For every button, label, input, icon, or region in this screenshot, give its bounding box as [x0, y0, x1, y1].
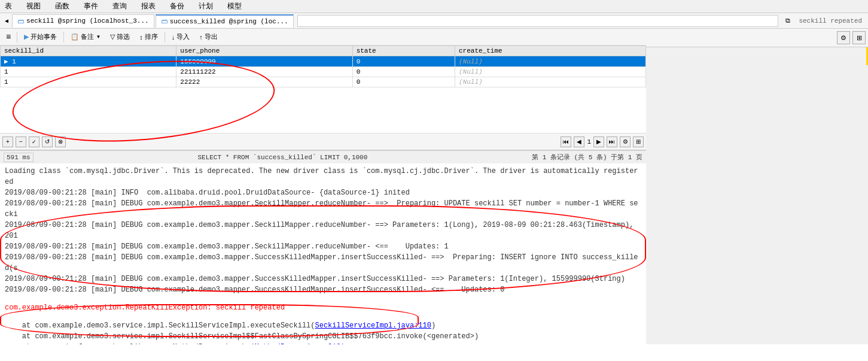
menu-item-backup[interactable]: 备份 [167, 0, 187, 13]
menu-item-view[interactable]: 视图 [24, 0, 43, 13]
right-icon-bar: ⚙ ⊞ [646, 29, 868, 47]
tab-success-killed-label: success_killed @spring (loc... [170, 18, 288, 25]
stop-button[interactable]: ⊗ [55, 136, 66, 147]
log-line [5, 295, 641, 302]
tab-success-killed[interactable]: 🗃 success_killed @spring (loc... [156, 14, 294, 28]
sort-label: 排序 [145, 32, 158, 41]
tab-seckill-icon: 🗃 [17, 17, 24, 25]
log-line: at org.springframework.cglib.proxy.Metho… [5, 342, 641, 344]
menu-item-report[interactable]: 报表 [139, 0, 158, 13]
log-line: 2019/08/09-00:21:28 [main] DEBUG com.exa… [5, 252, 641, 274]
cell-seckill-id: 1 [1, 67, 176, 77]
menu-item-table[interactable]: 表 [2, 0, 14, 13]
log-line: 2019/08/09-00:21:28 [main] DEBUG com.exa… [5, 274, 641, 284]
col-header-seckill-id: seckill_id [1, 46, 176, 56]
filter-icon: ▽ [110, 33, 115, 41]
page-settings-button[interactable]: ⚙ [620, 136, 631, 147]
table-row[interactable]: ▶ 11559999990(Null) [1, 56, 646, 67]
export-button[interactable]: ↑ 导出 [195, 31, 222, 44]
pagination: ⏮ ◀ 1 ▶ ⏭ ⚙ ⊞ [561, 136, 644, 147]
begin-transaction-icon: ▶ [24, 33, 29, 41]
import-icon: ↓ [172, 34, 175, 41]
export-label: 导出 [205, 32, 218, 41]
tab-search-input[interactable] [297, 15, 779, 27]
backup-button[interactable]: 📋 备注 ▼ [66, 31, 105, 44]
pagination-status: 第 1 条记录 (共 5 条) 于第 1 页 [532, 153, 642, 162]
table-row[interactable]: 12211112220(Null) [1, 67, 646, 77]
menu-item-function[interactable]: 函数 [53, 0, 72, 13]
refresh-button[interactable]: ↺ [42, 136, 53, 147]
main-area: ≡ ▶ 开始事务 📋 备注 ▼ ▽ 筛选 ↕ 排序 ↓ [0, 29, 868, 344]
toolbar: ≡ ▶ 开始事务 📋 备注 ▼ ▽ 筛选 ↕ 排序 ↓ [0, 29, 646, 45]
log-line: com.example.demo3.exception.RepeatKillEx… [5, 302, 641, 313]
cell-create-time: (Null) [455, 77, 646, 87]
menu-item-query[interactable]: 查询 [110, 0, 129, 13]
cell-state: 0 [352, 77, 455, 87]
table-row[interactable]: 1222220(Null) [1, 77, 646, 87]
log-line: at com.example.demo3.service.impl.Seckil… [5, 320, 641, 331]
page-next-button[interactable]: ▶ [593, 136, 604, 147]
sort-button[interactable]: ↕ 排序 [135, 31, 162, 44]
sql-time: 591 ms [4, 153, 33, 162]
grid-icon-button[interactable]: ⊞ [852, 31, 866, 44]
col-header-create-time: create_time [455, 46, 646, 56]
menu-item-model[interactable]: 模型 [225, 0, 244, 13]
log-line: 2019/08/09-00:21:28 [main] DEBUG com.exa… [5, 220, 641, 241]
page-last-button[interactable]: ⏭ [607, 136, 617, 147]
backup-dropdown-icon: ▼ [96, 34, 100, 40]
toolbar-divider-1 [17, 32, 17, 43]
add-row-button[interactable]: + [2, 136, 13, 147]
log-line [5, 313, 641, 320]
log-line: at com.example.demo3.service.impl.Seckil… [5, 331, 641, 342]
sql-query: SELECT * FROM `success_killed` LIMIT 0,1… [197, 154, 367, 161]
cell-state: 0 [352, 56, 455, 67]
remove-row-button[interactable]: − [16, 136, 26, 147]
begin-transaction-label: 开始事务 [31, 32, 57, 41]
cell-state: 0 [352, 67, 455, 77]
cell-seckill-id: 1 [1, 77, 176, 87]
tick-button[interactable]: ✓ [29, 136, 39, 147]
log-line: 2019/08/09-00:21:28 [main] DEBUG com.exa… [5, 241, 641, 252]
tab-bar: ◀ 🗃 seckill @spring (localhost_3... 🗃 su… [0, 13, 868, 29]
tab-seckill-label: seckill @spring (localhost_3... [26, 17, 149, 25]
stack-link-1[interactable]: SeckillServiceImpl.java:110 [315, 321, 431, 330]
log-line: 2019/08/09-00:21:28 [main] DEBUG com.exa… [5, 284, 641, 295]
col-header-state: state [352, 46, 455, 56]
data-table: seckill_id user_phone state create_time … [0, 45, 646, 87]
toolbar-divider-2 [63, 32, 64, 43]
settings-icon-button[interactable]: ⚙ [837, 31, 850, 44]
repeat-label: seckill repeated [795, 16, 866, 26]
page-prev-button[interactable]: ◀ [574, 136, 584, 147]
log-line: 2019/08/09-00:21:28 [main] DEBUG com.exa… [5, 198, 641, 220]
cell-seckill-id: ▶ 1 [1, 56, 176, 67]
cell-user-phone: 155999999 [176, 56, 352, 67]
menu-item-event[interactable]: 事件 [81, 0, 100, 13]
import-label: 导入 [176, 32, 190, 41]
menu-bar: 表 视图 函数 事件 查询 报表 备份 计划 模型 [0, 0, 868, 13]
tab-arrow-left[interactable]: ◀ [2, 16, 11, 26]
tab-seckill[interactable]: 🗃 seckill @spring (localhost_3... [12, 14, 154, 28]
filter-button[interactable]: ▽ 筛选 [106, 31, 134, 44]
backup-icon: 📋 [71, 33, 79, 41]
backup-label: 备注 [81, 32, 94, 41]
log-line: Loading class `com.mysql.jdbc.Driver`. T… [5, 166, 641, 187]
right-panel: ⚙ ⊞ [646, 29, 868, 344]
cell-user-phone: 22222 [176, 77, 352, 87]
tab-copy-icon[interactable]: ⧉ [782, 16, 794, 26]
stack-link-2[interactable]: MethodProxy.java:218 [255, 343, 341, 344]
left-panel: ≡ ▶ 开始事务 📋 备注 ▼ ▽ 筛选 ↕ 排序 ↓ [0, 29, 646, 344]
begin-transaction-button[interactable]: ▶ 开始事务 [20, 31, 61, 44]
grid-view-button[interactable]: ⊞ [633, 136, 644, 147]
hamburger-menu[interactable]: ≡ [2, 31, 14, 43]
log-area[interactable]: Loading class `com.mysql.jdbc.Driver`. T… [0, 163, 646, 344]
page-number: 1 [587, 138, 591, 145]
menu-item-plan[interactable]: 计划 [196, 0, 215, 13]
col-header-user-phone: user_phone [176, 46, 352, 56]
import-button[interactable]: ↓ 导入 [167, 31, 194, 44]
cell-user-phone: 221111222 [176, 67, 352, 77]
page-first-button[interactable]: ⏮ [561, 136, 571, 147]
sort-icon: ↕ [139, 34, 143, 41]
log-line: 2019/08/09-00:21:28 [main] INFO com.alib… [5, 187, 641, 198]
sql-bar: 591 ms SELECT * FROM `success_killed` LI… [0, 150, 646, 163]
cell-create-time: (Null) [455, 56, 646, 67]
